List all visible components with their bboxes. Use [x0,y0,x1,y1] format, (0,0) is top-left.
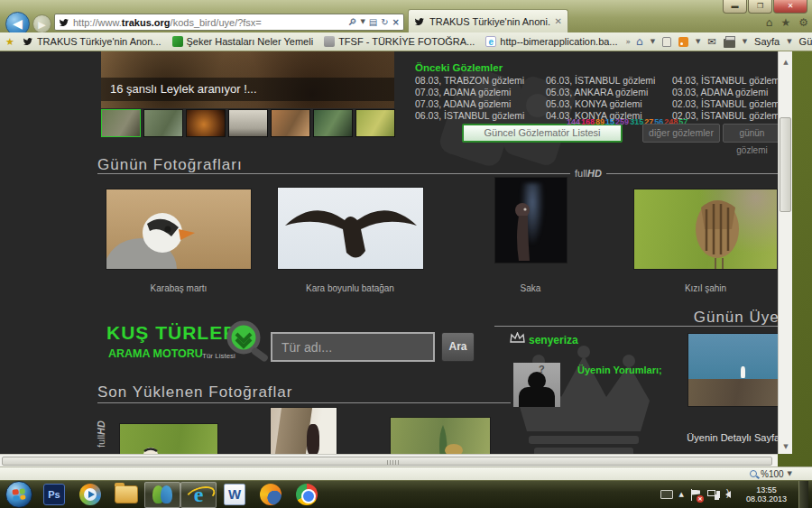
latest-photos-title: Son Yüklenen Fotoğraflar [97,383,292,402]
photos-of-day-title: Günün Fotoğrafları [97,156,243,174]
taskbar-clock[interactable]: 13:55 08.03.2013 [741,485,792,503]
compatibility-view-icon[interactable]: ▤ [369,18,377,27]
banner-thumb[interactable] [143,109,183,137]
taskbar-media-player[interactable] [72,482,108,508]
favorite-item-seker[interactable]: Şeker Hastaları Neler Yemeli [170,35,317,48]
zoom-level[interactable]: %100 [761,469,784,479]
vertical-scrollbar[interactable]: ▲ ▼ [778,51,792,454]
home-icon[interactable]: ⌂ [766,17,773,28]
taskbar-firefox[interactable] [253,482,289,508]
member-detail-link[interactable]: Üyenin Detaylı Sayfası [683,432,778,443]
photo-saka[interactable] [495,178,567,263]
hidden-icons-arrow-icon[interactable]: ▲ [679,492,684,498]
chevron-down-icon[interactable]: ▼ [696,39,700,45]
search-submit-button[interactable]: Ara [441,332,475,362]
address-bar[interactable]: http://www.trakus.org/kods_bird/uye/?fsx… [54,14,404,31]
search-icon[interactable]: 🔎︎ [347,18,356,27]
chevron-down-icon[interactable]: ▼ [788,471,792,477]
refresh-icon[interactable]: ↻ [381,18,388,27]
speaker-icon[interactable] [725,491,731,498]
scroll-down-icon[interactable]: ▼ [779,440,793,454]
maximize-button[interactable]: ❒ [748,0,772,14]
close-button[interactable]: ✕ [773,0,807,14]
taskbar-photoshop[interactable]: Ps [36,482,72,508]
banner-thumb[interactable] [101,109,141,137]
photo-caption[interactable]: Saka [458,283,603,293]
minimize-button[interactable]: ▬ [723,0,747,14]
start-button[interactable] [5,481,32,508]
banner-thumb[interactable] [271,109,310,137]
observation-link[interactable]: 07.03, ADANA gözlemi [415,87,546,98]
security-menu[interactable]: Güvenlik [799,36,812,47]
taskbar-explorer[interactable] [108,482,144,508]
browser-tab[interactable]: TRAKUS Türkiye'nin Anoni... ✕ [408,9,568,32]
leaf-icon [172,36,183,47]
rss-feed-icon[interactable] [678,37,688,47]
observation-link[interactable]: 06.03, İSTANBUL gözlemi [415,110,546,122]
current-observer-list-button[interactable]: Güncel Gözlematör Listesi [462,124,623,143]
horizontal-scroll-thumb[interactable] [2,457,772,466]
chevron-down-icon[interactable]: ▼ [743,39,747,45]
taskbar-messenger[interactable] [144,482,180,508]
chevron-down-icon[interactable]: ▼ [360,19,364,25]
news-banner[interactable]: 16 şanslı Leylek aranıyor !... [101,51,394,108]
browser-status-bar: %100 ▼ [0,466,812,480]
page-menu[interactable]: Sayfa [754,36,780,47]
stop-icon[interactable]: × [392,18,400,27]
photo-kara-boyunlu-batagan[interactable] [278,188,423,269]
action-center-flag-icon[interactable]: ✕ [690,489,701,501]
species-search-input[interactable] [271,332,435,362]
banner-thumb[interactable] [186,109,226,137]
display-device-icon[interactable] [660,490,673,499]
observation-link[interactable]: 03.03, ADANA gözlemi [672,87,778,98]
latest-photo-shrike[interactable] [120,424,217,454]
forward-button[interactable]: ▶ [32,14,51,33]
select-hand-icon[interactable] [662,37,671,47]
add-favorite-icon[interactable]: ★ [5,37,14,47]
chevron-overflow-icon[interactable]: » [626,38,632,46]
show-desktop-button[interactable] [798,481,808,508]
observation-link[interactable]: 06.03, İSTANBUL gözlemi [546,75,672,87]
photo-karabas-marti[interactable] [106,189,251,269]
favorite-item-tfsf[interactable]: TFSF - TÜRKİYE FOTOĞRA... [321,35,477,48]
photo-caption[interactable]: Kızıl şahin [633,283,778,293]
banner-thumb[interactable] [228,109,268,137]
member-username[interactable]: senyeriza [529,334,578,346]
printer-icon[interactable] [724,39,735,48]
grebe-silhouette [503,201,539,263]
observation-link[interactable]: 02.03, İSTANBUL gözlemi [672,110,778,122]
observation-link[interactable]: 07.03, ADANA gözlemi [415,98,546,110]
banner-thumb[interactable] [313,109,353,137]
close-tab-icon[interactable]: ✕ [555,17,562,26]
member-avatar[interactable]: ? [513,363,560,407]
gear-icon[interactable]: ⚙ [798,17,808,28]
photo-caption[interactable]: Kara boyunlu batağan [278,283,422,293]
observation-link[interactable]: 04.03, İSTANBUL gözlemi [672,75,778,87]
latest-photo-grass-bird[interactable] [391,418,490,454]
favorites-star-icon[interactable]: ★ [780,17,790,28]
home-page-icon[interactable]: ⌂ [636,36,643,47]
banner-thumb[interactable] [355,109,395,137]
observation-link[interactable]: 02.03, İSTANBUL gözlemi [672,98,778,110]
favorite-item-trakus[interactable]: TRAKUS Türkiye'nin Anon... [20,35,164,48]
scroll-up-icon[interactable]: ▲ [779,56,793,69]
photo-caption[interactable]: Karabaş martı [106,283,251,293]
observation-link[interactable]: 08.03, TRABZON gözlemi [415,75,546,87]
horizontal-scrollbar[interactable] [0,454,778,466]
vertical-scroll-thumb[interactable] [780,117,791,212]
favorite-item-bimer[interactable]: e http--bimerapplication.ba... [483,35,620,48]
latest-photo-woodpecker[interactable] [271,408,337,454]
taskbar-internet-explorer[interactable]: e [180,482,217,508]
taskbar-word[interactable]: W [217,482,253,508]
chevron-down-icon[interactable]: ▼ [651,39,655,45]
observation-link[interactable]: 05.03, ANKARA gözlemi [546,87,672,98]
observation-of-day-button[interactable]: günün gözlemi [723,124,778,143]
taskbar-chrome[interactable] [289,482,325,508]
photo-kizil-sahin[interactable] [634,189,777,269]
member-photo[interactable] [688,334,778,406]
tab-favicon-bird-icon [414,16,425,27]
mail-icon[interactable]: ✉ [707,37,715,47]
observation-link[interactable]: 05.03, KONYA gözlemi [546,98,672,110]
chevron-down-icon: ▼ [787,39,791,45]
other-observations-button[interactable]: diğer gözlemler [642,124,720,143]
